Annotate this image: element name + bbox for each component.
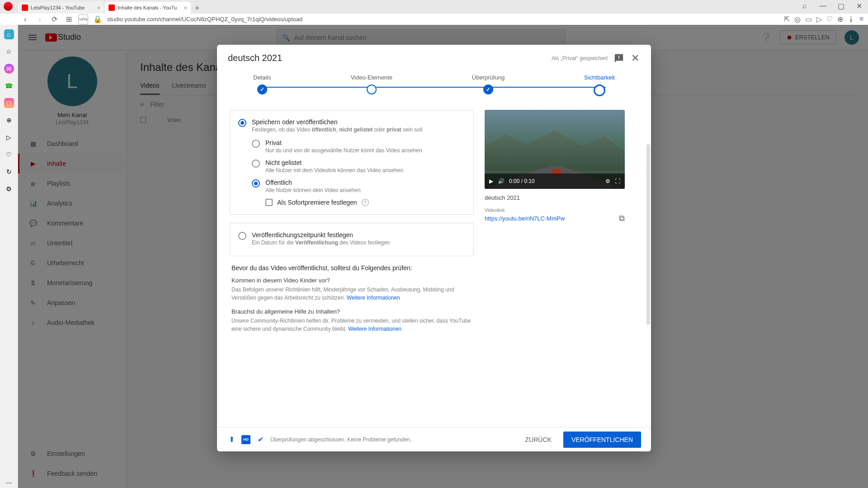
option-title: Privat xyxy=(265,139,422,146)
publish-button[interactable]: VERÖFFENTLICHEN xyxy=(563,432,641,448)
step-dot-icon xyxy=(483,84,493,94)
before-publish-block: Bevor du das Video veröffentlichst, soll… xyxy=(230,264,474,333)
history-icon[interactable]: ↻ xyxy=(4,167,14,177)
radio-schedule[interactable] xyxy=(238,232,246,240)
download-icon[interactable]: ⭳ xyxy=(848,15,855,23)
minimize-button[interactable]: — xyxy=(814,0,832,12)
sidebar-icon[interactable]: ♡ xyxy=(4,150,14,160)
step-dot-icon xyxy=(367,84,377,94)
browser-tab[interactable]: LetsPlay1234 - YouTube × xyxy=(18,2,104,14)
step-label: Details xyxy=(253,74,271,81)
info-text-body: Das Befolgen unserer Richtlinien hilft, … xyxy=(231,286,454,301)
opera-sidebar: ⌂ ☆ ✉ ☎ ◻ ⊕ ▷ ♡ ↻ ⚙ ⋯ xyxy=(0,25,18,488)
modal-title: deutsch 2021 xyxy=(228,53,282,63)
close-tab-icon[interactable]: × xyxy=(184,5,187,11)
youtube-favicon-icon xyxy=(22,5,28,11)
home-icon[interactable]: ⌂ xyxy=(4,29,14,39)
browser-tab[interactable]: Inhalte des Kanals - YouTu × xyxy=(105,2,191,14)
new-tab-button[interactable]: + xyxy=(192,3,203,14)
copy-icon[interactable]: ⧉ xyxy=(619,214,625,223)
back-button[interactable]: ‹ xyxy=(20,14,30,24)
lock-icon[interactable]: 🔒 xyxy=(93,14,103,24)
more-info-link[interactable]: Weitere Informationen xyxy=(348,326,401,332)
desc-part: Veröffentlichung xyxy=(295,239,338,246)
desc-part: sein soll xyxy=(401,127,423,133)
help-icon[interactable]: ? xyxy=(362,199,369,206)
option-desc: Alle Nutzer können dein Video ansehen xyxy=(265,187,361,193)
volume-icon[interactable]: 🔊 xyxy=(498,178,505,184)
video-scene xyxy=(485,130,625,171)
scrollbar[interactable] xyxy=(646,144,650,325)
saved-badge: Als „Privat“ gespeichert xyxy=(552,55,608,61)
stepper: Details Video-Elemente Überprüfung Sicht… xyxy=(217,71,651,105)
radio-unlisted[interactable] xyxy=(252,160,260,168)
upload-modal: deutsch 2021 Als „Privat“ gespeichert ✕ … xyxy=(217,45,651,451)
toolbar-icon[interactable]: ⊕ xyxy=(837,15,843,23)
fullscreen-icon[interactable]: ⛶ xyxy=(615,178,620,184)
link-label: Videolink xyxy=(485,207,625,213)
info-text: Das Befolgen unserer Richtlinien hilft, … xyxy=(231,286,472,302)
modal-header: deutsch 2021 Als „Privat“ gespeichert ✕ xyxy=(217,45,651,71)
toolbar-icon[interactable]: ▷ xyxy=(816,15,822,23)
vpn-badge[interactable]: VPN xyxy=(78,14,88,24)
tab-title: LetsPlay1234 - YouTube xyxy=(31,5,85,10)
save-publish-card: Speichern oder veröffentlichen Festlegen… xyxy=(230,110,474,215)
card-title: Speichern oder veröffentlichen xyxy=(252,118,422,126)
upload-status-icon: ⬆ xyxy=(227,435,236,444)
heart-icon[interactable]: ♡ xyxy=(826,15,833,23)
toolbar-icon[interactable]: ▭ xyxy=(805,15,812,23)
feedback-icon[interactable] xyxy=(614,53,624,63)
stepper-line xyxy=(262,87,606,88)
premiere-checkbox[interactable] xyxy=(265,199,273,206)
forward-button[interactable]: › xyxy=(35,14,45,24)
more-info-link[interactable]: Weitere Informationen xyxy=(347,295,400,301)
radio-private[interactable] xyxy=(252,140,260,148)
video-player[interactable]: ▶ 🔊 0:00 / 0:10 ⚙ ⛶ xyxy=(485,110,625,189)
option-desc: Alle Nutzer mit dem Videolink können das… xyxy=(265,167,403,174)
desc-part: privat xyxy=(387,127,401,133)
radio-public[interactable] xyxy=(252,179,260,188)
video-controls: ▶ 🔊 0:00 / 0:10 ⚙ ⛶ xyxy=(485,174,625,189)
opera-logo-icon xyxy=(4,2,13,11)
step-elements[interactable]: Video-Elemente xyxy=(351,74,392,96)
video-link[interactable]: https://youtu.be/nN7LC-MmPw xyxy=(485,215,565,222)
sidebar-icon[interactable]: ▷ xyxy=(4,132,14,142)
option-title: Öffentlich xyxy=(265,179,361,186)
bookmark-icon[interactable]: ☆ xyxy=(4,47,14,56)
maximize-button[interactable]: ▢ xyxy=(832,0,850,12)
sidebar-icon[interactable]: ⊕ xyxy=(4,115,14,125)
radio-save-publish[interactable] xyxy=(238,119,246,127)
grid-icon[interactable]: ⊞ xyxy=(64,14,74,24)
back-button[interactable]: ZURÜCK xyxy=(519,432,558,447)
address-bar[interactable]: studio.youtube.com/channel/UCocN6zQPHQZ_… xyxy=(107,16,779,23)
info-heading: Bevor du das Video veröffentlichst, soll… xyxy=(231,264,472,272)
info-text: Unsere Community-Richtlinien helfen dir,… xyxy=(231,317,472,333)
more-icon[interactable]: ⋯ xyxy=(4,478,14,488)
toolbar-icon[interactable]: ◎ xyxy=(794,15,801,23)
step-checks[interactable]: Überprüfung xyxy=(472,74,505,96)
video-time: 0:00 / 0:10 xyxy=(509,178,535,184)
youtube-favicon-icon xyxy=(108,5,115,11)
sidebar-icon[interactable]: ⚙ xyxy=(4,184,14,194)
step-visibility[interactable]: Sichtbarkeit xyxy=(584,74,615,96)
settings-icon[interactable]: ⚙ xyxy=(605,178,610,184)
step-details[interactable]: Details xyxy=(253,74,271,96)
close-window-button[interactable]: ✕ xyxy=(850,0,868,12)
step-label: Überprüfung xyxy=(472,74,505,81)
play-icon[interactable]: ▶ xyxy=(489,178,493,184)
instagram-icon[interactable]: ◻ xyxy=(4,98,14,108)
reload-button[interactable]: ⟳ xyxy=(49,14,59,24)
messenger-icon[interactable]: ✉ xyxy=(4,64,14,74)
window-controls: ⌕ — ▢ ✕ xyxy=(796,0,868,12)
desc-part: oder xyxy=(373,127,387,133)
info-question: Kommen in diesem Video Kinder vor? xyxy=(231,277,472,284)
close-tab-icon[interactable]: × xyxy=(97,5,100,11)
status-text: Überprüfungen abgeschlossen. Keine Probl… xyxy=(270,436,411,443)
toolbar-icon[interactable]: ⇱ xyxy=(784,15,790,23)
hd-status-icon: HD xyxy=(241,435,250,444)
close-icon[interactable]: ✕ xyxy=(630,53,640,63)
whatsapp-icon[interactable]: ☎ xyxy=(4,81,14,91)
search-window-icon[interactable]: ⌕ xyxy=(796,0,814,12)
step-label: Sichtbarkeit xyxy=(584,74,615,81)
toolbar-icon[interactable]: ≡ xyxy=(859,15,863,23)
